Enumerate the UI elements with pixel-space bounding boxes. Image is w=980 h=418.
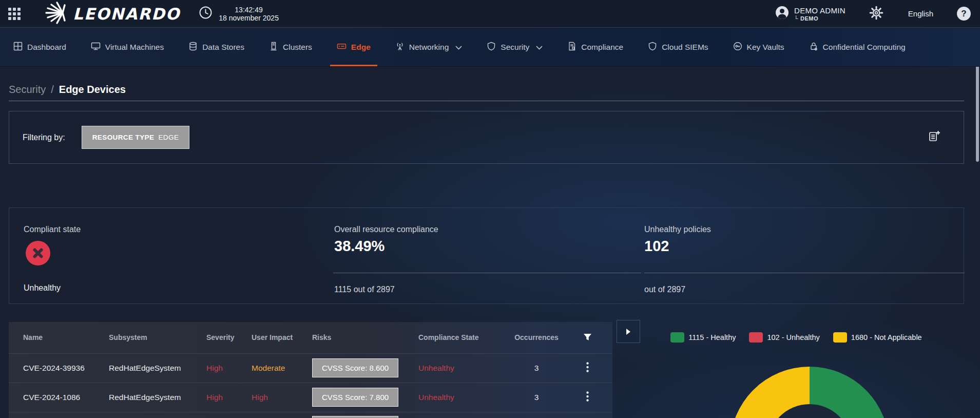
virtual-machine-icon xyxy=(91,42,101,53)
user-tenant: └ DEMO xyxy=(794,15,846,22)
compliant-state-label: Compliant state xyxy=(24,225,81,234)
edge-device-icon xyxy=(337,42,347,53)
current-time: 13:42:49 xyxy=(235,6,263,14)
table-row[interactable]: CVE-2024-1086 RedHatEdgeSystem High High… xyxy=(9,383,612,412)
help-icon[interactable]: ? xyxy=(957,7,971,21)
page-title: Edge Devices xyxy=(59,84,126,96)
brand-logo: LEONARDO xyxy=(42,1,180,27)
clock-widget: 13:42:49 18 november 2025 xyxy=(199,6,279,22)
cvss-score-chip xyxy=(312,416,398,418)
overall-compliance-label: Overall resource compliance xyxy=(334,225,438,234)
current-date: 18 november 2025 xyxy=(219,14,279,22)
shield-icon xyxy=(648,42,657,53)
user-impact-value: Moderate xyxy=(252,364,285,373)
severity-value: High xyxy=(206,364,223,373)
tab-dashboard[interactable]: Dashboard xyxy=(7,28,73,66)
compliance-state-value: Unhealthy xyxy=(418,393,454,402)
antenna-icon xyxy=(395,42,405,53)
language-selector[interactable]: English xyxy=(908,9,933,18)
user-menu[interactable]: DEMO ADMIN └ DEMO xyxy=(775,6,846,22)
app-launcher-icon[interactable] xyxy=(8,8,21,20)
unhealthy-policies-detail: out of 2897 xyxy=(644,285,685,294)
breadcrumb-divider xyxy=(9,101,964,101)
col-risks: Risks xyxy=(312,333,331,341)
col-occurrences: Occurrences xyxy=(506,333,567,341)
chevron-down-icon xyxy=(536,43,543,52)
starburst-icon xyxy=(42,1,70,27)
settings-gear-icon[interactable] xyxy=(869,6,883,22)
user-name: DEMO ADMIN xyxy=(794,6,846,15)
tab-clusters[interactable]: Clusters xyxy=(262,28,319,66)
user-avatar-icon xyxy=(775,6,789,22)
chart-legend: 1115 - Healthy 102 - Unhealthy 1680 - No… xyxy=(612,332,980,343)
row-actions-kebab-icon[interactable] xyxy=(576,362,599,374)
table-row[interactable] xyxy=(9,412,612,418)
chevron-down-icon xyxy=(455,43,462,52)
database-icon xyxy=(188,42,198,53)
key-icon xyxy=(733,42,742,53)
overall-compliance-detail: 1115 out of 2897 xyxy=(334,285,395,294)
add-filter-icon[interactable] xyxy=(928,130,941,145)
healthy-swatch xyxy=(670,332,684,343)
clock-icon xyxy=(199,6,213,22)
legend-item-unhealthy: 102 - Unhealthy xyxy=(749,332,819,343)
brand-name: LEONARDO xyxy=(73,5,180,23)
table-row[interactable]: CVE-2024-39936 RedHatEdgeSystem High Mod… xyxy=(9,353,612,383)
table-filter-icon[interactable] xyxy=(576,333,599,343)
cve-table: Name Subsystem Severity User Impact Risk… xyxy=(9,322,612,418)
row-actions-kebab-icon[interactable] xyxy=(576,391,599,404)
main-nav: Dashboard Virtual Machines Data Stores C… xyxy=(0,28,980,67)
occurrences-value: 3 xyxy=(506,364,567,373)
compliant-state-value: Unhealthy xyxy=(24,283,61,293)
occurrences-value: 3 xyxy=(506,393,567,402)
tab-networking[interactable]: Networking xyxy=(389,28,469,66)
cvss-score-chip: CVSS Score: 8.600 xyxy=(312,358,398,377)
divider xyxy=(333,273,641,273)
tab-key-vaults[interactable]: Key Vaults xyxy=(726,28,791,66)
padlock-icon xyxy=(809,42,818,53)
server-tower-icon xyxy=(269,42,278,53)
table-header: Name Subsystem Severity User Impact Risk… xyxy=(9,322,612,353)
tab-security[interactable]: Security xyxy=(480,28,549,66)
tab-compliance[interactable]: Compliance xyxy=(561,28,630,66)
filtering-by-label: Filtering by: xyxy=(23,133,65,142)
dashboard-icon xyxy=(13,42,23,53)
unhealthy-policies-value: 102 xyxy=(644,238,669,255)
filter-panel: Filtering by: RESOURCE TYPE EDGE xyxy=(9,111,964,164)
compliance-summary-panel: Compliant state Unhealthy Overall resour… xyxy=(9,207,964,304)
not-applicable-swatch xyxy=(833,332,847,343)
page-scrollbar[interactable] xyxy=(976,56,979,162)
shield-icon xyxy=(487,42,496,53)
col-name: Name xyxy=(23,333,43,341)
cvss-score-chip: CVSS Score: 7.800 xyxy=(312,388,398,407)
col-subsystem: Subsystem xyxy=(109,333,147,341)
tab-cloud-siems[interactable]: Cloud SIEMs xyxy=(641,28,715,66)
col-user-impact: User Impact xyxy=(252,333,293,341)
topbar: LEONARDO 13:42:49 18 november 2025 xyxy=(0,0,980,28)
breadcrumb-security[interactable]: Security xyxy=(9,84,46,96)
app-root: LEONARDO 13:42:49 18 november 2025 xyxy=(0,0,980,418)
compliance-state-value: Unhealthy xyxy=(418,364,454,373)
legend-item-healthy: 1115 - Healthy xyxy=(670,332,736,343)
col-compliance-state: Compliance State xyxy=(418,333,478,341)
unhealthy-policies-label: Unhealthy policies xyxy=(644,225,711,234)
unhealthy-status-icon xyxy=(26,241,50,265)
document-search-icon xyxy=(567,42,577,53)
tab-data-stores[interactable]: Data Stores xyxy=(182,28,251,66)
tab-virtual-machines[interactable]: Virtual Machines xyxy=(84,28,170,66)
severity-value: High xyxy=(206,393,223,402)
cve-id: CVE-2024-39936 xyxy=(23,364,85,373)
divider xyxy=(644,273,965,273)
filter-chip-resource-type[interactable]: RESOURCE TYPE EDGE xyxy=(82,126,190,149)
unhealthy-swatch xyxy=(749,332,763,343)
tab-edge[interactable]: Edge xyxy=(330,28,377,66)
overall-compliance-value: 38.49% xyxy=(334,238,385,255)
tab-confidential-computing[interactable]: Confidential Computing xyxy=(802,28,912,66)
breadcrumb: Security / Edge Devices xyxy=(9,84,126,96)
cve-id: CVE-2024-1086 xyxy=(23,393,80,402)
user-impact-value: High xyxy=(252,393,268,402)
compliance-chart-section: 1115 - Healthy 102 - Unhealthy 1680 - No… xyxy=(612,316,980,418)
legend-item-not-applicable: 1680 - Not Applicable xyxy=(833,332,922,343)
col-severity: Severity xyxy=(206,333,234,341)
